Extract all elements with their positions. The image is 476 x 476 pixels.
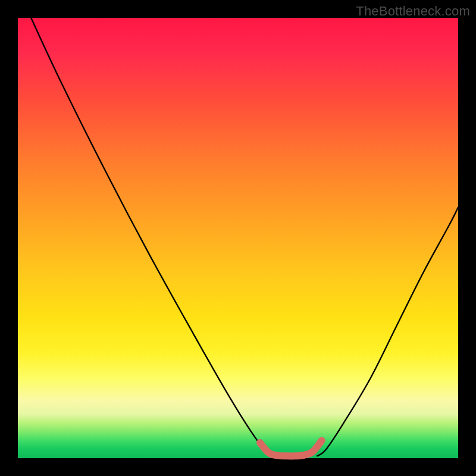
curve-layer <box>18 18 458 458</box>
valley-highlight <box>260 440 322 456</box>
watermark-text: TheBottleneck.com <box>356 4 470 19</box>
plot-area <box>18 18 458 458</box>
curve-right-branch <box>317 207 458 456</box>
curve-left-branch <box>31 18 273 456</box>
chart-stage: TheBottleneck.com <box>0 0 476 476</box>
